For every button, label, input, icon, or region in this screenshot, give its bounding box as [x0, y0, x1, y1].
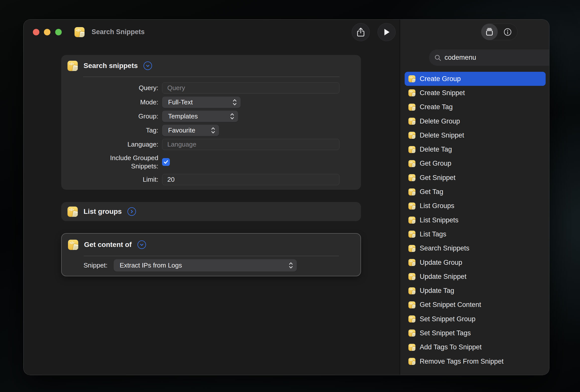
include-grouped-label-line1: Include Grouped — [110, 154, 158, 162]
field-row-mode: Mode: Full-Text — [61, 97, 339, 108]
list-item-search-snippets[interactable]: Search Snippets — [405, 241, 546, 255]
action-item-icon — [408, 315, 415, 322]
library-tab[interactable] — [481, 24, 498, 40]
list-item-get-snippet-content[interactable]: Get Snippet Content — [405, 298, 546, 312]
app-icon — [75, 27, 85, 37]
list-item-create-snippet[interactable]: Create Snippet — [405, 86, 546, 100]
action-item-label: Update Tag — [420, 287, 454, 295]
action-card-search-snippets[interactable]: Search snippets Query: Mode: Full-Text — [61, 55, 361, 190]
share-button[interactable] — [352, 23, 370, 41]
field-row-include-grouped: Include Grouped Snippets: — [61, 154, 339, 170]
snippet-paper-icon — [72, 65, 78, 71]
action-item-icon — [408, 245, 415, 252]
action-icon — [68, 240, 78, 250]
search-icon — [434, 54, 442, 61]
mode-value: Full-Text — [168, 98, 193, 106]
action-library-sidebar: Create Group Create Snippet Create Tag D… — [400, 20, 549, 375]
chevron-right-icon — [129, 209, 134, 214]
action-item-label: Create Group — [420, 75, 461, 83]
action-item-label: Delete Tag — [420, 146, 452, 153]
chevron-down-icon — [139, 242, 144, 247]
minimize-button[interactable] — [44, 29, 50, 35]
action-item-label: Delete Group — [420, 117, 460, 125]
popup-chevrons-icon — [233, 98, 237, 106]
snippet-popup[interactable]: Extract IPs from Logs — [114, 259, 297, 272]
info-tab[interactable] — [498, 28, 517, 36]
list-item-create-tag[interactable]: Create Tag — [405, 100, 546, 114]
field-row-group: Group: Templates — [61, 111, 339, 122]
action-item-label: List Tags — [420, 230, 446, 238]
action-item-label: Remove Tags From Snippet — [420, 358, 503, 365]
workflow-canvas: Search Snippets — [24, 20, 400, 375]
action-item-icon — [408, 301, 415, 308]
action-item-label: Update Group — [420, 259, 462, 267]
action-item-icon — [408, 75, 415, 82]
snippet-label: Snippet: — [84, 259, 111, 272]
close-button[interactable] — [33, 29, 39, 35]
language-input[interactable] — [162, 139, 339, 150]
expand-toggle[interactable] — [127, 207, 136, 216]
limit-input[interactable] — [162, 174, 339, 185]
list-item-delete-group[interactable]: Delete Group — [405, 114, 546, 128]
zoom-button[interactable] — [55, 29, 62, 35]
mode-popup[interactable]: Full-Text — [162, 97, 241, 108]
sidebar-view-toggle — [481, 24, 518, 40]
query-input[interactable] — [162, 82, 339, 94]
field-row-tag: Tag: Favourite — [61, 125, 339, 136]
action-item-icon — [408, 358, 415, 365]
list-item-update-group[interactable]: Update Group — [405, 255, 546, 270]
action-item-icon — [408, 273, 415, 280]
limit-label: Limit: — [61, 174, 158, 185]
action-item-icon — [408, 330, 415, 337]
search-input[interactable] — [445, 54, 549, 61]
list-item-list-snippets[interactable]: List Snippets — [405, 213, 546, 227]
list-item-delete-snippet[interactable]: Delete Snippet — [405, 128, 546, 142]
library-icon — [485, 27, 494, 37]
include-grouped-label-line2: Snippets: — [131, 162, 158, 170]
action-icon — [67, 207, 78, 217]
list-item-delete-tag[interactable]: Delete Tag — [405, 142, 546, 156]
action-item-icon — [408, 174, 415, 181]
collapse-toggle[interactable] — [137, 240, 146, 249]
group-popup[interactable]: Templates — [162, 111, 238, 122]
action-item-label: Update Snippet — [420, 273, 466, 281]
action-search-field — [429, 49, 549, 66]
list-item-get-tag[interactable]: Get Tag — [405, 185, 546, 199]
action-item-label: Set Snippet Tags — [420, 329, 471, 337]
action-item-label: Set Snippet Group — [420, 315, 475, 323]
action-item-label: Search Snippets — [420, 244, 469, 252]
action-item-label: Delete Snippet — [420, 132, 464, 139]
tag-popup[interactable]: Favourite — [162, 125, 219, 136]
window-title: Search Snippets — [92, 28, 145, 36]
action-item-icon — [408, 104, 415, 111]
action-card-list-groups[interactable]: List groups — [61, 202, 361, 221]
card-divider — [84, 256, 339, 256]
action-title: Get content of — [84, 241, 132, 249]
list-item-list-tags[interactable]: List Tags — [405, 227, 546, 241]
list-item-update-tag[interactable]: Update Tag — [405, 284, 546, 298]
list-item-get-snippet[interactable]: Get Snippet — [405, 171, 546, 185]
include-grouped-checkbox[interactable] — [162, 158, 170, 166]
list-item-set-snippet-group[interactable]: Set Snippet Group — [405, 312, 546, 326]
action-item-icon — [408, 259, 415, 266]
collapse-toggle[interactable] — [143, 61, 152, 70]
app-window: Search Snippets — [23, 19, 549, 375]
action-list: Create Group Create Snippet Create Tag D… — [405, 72, 546, 368]
list-item-create-group[interactable]: Create Group — [405, 72, 546, 86]
action-item-label: Get Tag — [420, 188, 443, 196]
action-item-icon — [408, 132, 415, 139]
list-item-list-groups[interactable]: List Groups — [405, 199, 546, 213]
list-item-remove-tags-from-snippet[interactable]: Remove Tags From Snippet — [405, 354, 546, 368]
list-item-add-tags-to-snippet[interactable]: Add Tags To Snippet — [405, 340, 546, 354]
list-item-set-snippet-tags[interactable]: Set Snippet Tags — [405, 326, 546, 340]
language-label: Language: — [61, 139, 158, 150]
action-item-icon — [408, 160, 415, 167]
action-item-icon — [408, 217, 415, 224]
share-icon — [356, 27, 365, 37]
action-title: Search snippets — [84, 62, 138, 70]
list-item-get-group[interactable]: Get Group — [405, 157, 546, 171]
run-button[interactable] — [378, 23, 396, 41]
list-item-update-snippet[interactable]: Update Snippet — [405, 270, 546, 284]
action-card-get-content[interactable]: Get content of Snippet: Extract IPs from… — [61, 233, 361, 276]
popup-chevrons-icon — [230, 112, 234, 120]
